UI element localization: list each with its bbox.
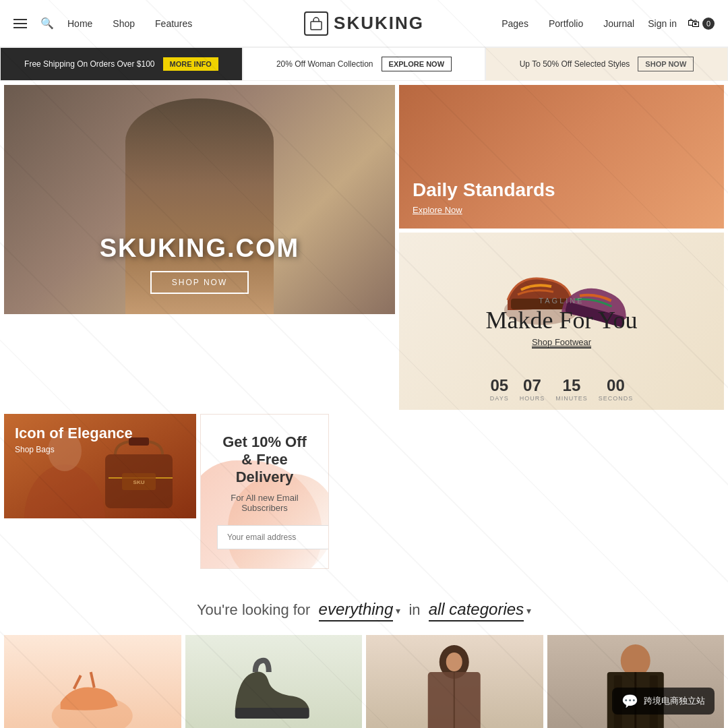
search-section: You're looking for everything ▾ in all c… [0,573,728,635]
header-actions: Sign in 🛍 0 [648,16,715,30]
shop-footwear-link[interactable]: Shop Footwear [532,337,591,348]
promo-3-text: Up To 50% Off Selected Styles [520,59,630,69]
email-signup-title: Get 10% Off & Free Delivery [217,433,312,486]
search-prefix: You're looking for [197,601,311,618]
promo-2-text: 20% Off Woman Collection [276,59,373,69]
promo-3-button[interactable]: SHOP NOW [638,57,694,71]
daily-standards-link[interactable]: Explore Now [413,205,555,215]
countdown-hours-label: HOURS [520,395,545,402]
email-signup: Get 10% Off & Free Delivery For All new … [200,414,329,569]
cart-button[interactable]: 🛍 0 [688,16,715,30]
nav-home[interactable]: Home [67,18,92,29]
countdown-hours-num: 07 [520,376,545,395]
promo-2: 20% Off Woman Collection EXPLORE NOW [243,47,485,81]
promo-2-button[interactable]: EXPLORE NOW [382,57,452,71]
footwear-tagline: TAGLINE [539,297,584,305]
countdown-hours: 07 HOURS [520,376,545,402]
header-right: Pages Portfolio Journal Sign in 🛍 0 [502,16,715,30]
bags-banner: SKU Icon of Elegance Shop Bags [4,414,196,518]
menu-icon[interactable] [13,19,27,28]
search-dropdown-2[interactable]: all categories [429,600,524,621]
wechat-badge: 💬 跨境电商独立站 [612,688,715,715]
nav-shop[interactable]: Shop [113,18,135,29]
search-connector: in [408,601,420,618]
countdown-minutes: 15 MINUTES [555,376,588,402]
countdown-days-num: 05 [490,376,509,395]
main-grid: SKUKING.COM SHOP NOW Daily Standards Exp… [0,81,728,414]
svg-point-20 [446,653,462,671]
logo-text: SKUKING [334,13,424,34]
hero-content: SKUKING.COM SHOP NOW [4,234,395,314]
search-dropdown-1[interactable]: everything [319,600,394,621]
product-image-3 [366,635,543,728]
hero-title: SKUKING.COM [100,234,299,263]
countdown-seconds-label: SECONDS [599,395,634,402]
search-text: You're looking for everything ▾ in all c… [13,600,715,621]
countdown-days: 05 DAYS [490,376,509,402]
search-icon[interactable]: 🔍 [40,17,54,30]
wechat-label: 跨境电商独立站 [644,695,705,707]
svg-point-22 [620,644,650,677]
wechat-icon: 💬 [621,693,638,709]
nav-pages[interactable]: Pages [502,18,528,29]
cart-icon: 🛍 [688,16,700,30]
nav-portfolio[interactable]: Portfolio [549,18,583,29]
bottom-row: SKU Icon of Elegance Shop Bags Get 10% O… [0,414,728,573]
sign-in-link[interactable]: Sign in [648,18,677,29]
bag-icon [309,16,324,31]
promo-3: Up To 50% Off Selected Styles SHOP NOW [485,47,728,81]
bags-shop-link[interactable]: Shop Bags [15,445,185,454]
svg-rect-0 [311,22,322,30]
logo-icon [304,11,328,36]
email-input[interactable] [217,525,329,549]
chevron-down-icon-1: ▾ [396,605,400,616]
header: 🔍 Home Shop Features SKUKING Pages Portf… [0,0,728,47]
hero-banner: SKUKING.COM SHOP NOW [4,85,395,314]
promo-1: Free Shipping On Orders Over $100 MORE I… [0,47,243,81]
chevron-down-icon-2: ▾ [526,605,531,616]
product-image-2 [185,635,363,728]
daily-standards-title: Daily Standards [413,179,555,201]
footwear-banner: TAGLINE Makde For You Shop Footwear 05 D… [399,233,724,410]
header-left: 🔍 Home Shop Features [13,17,192,30]
product-image-1 [4,635,181,728]
countdown-minutes-label: MINUTES [555,395,588,402]
cart-count: 0 [702,18,715,30]
countdown-days-label: DAYS [490,395,509,402]
promo-row: Free Shipping On Orders Over $100 MORE I… [0,47,728,81]
hero-shop-button[interactable]: SHOP NOW [150,271,249,294]
footwear-title: Makde For You [485,306,637,334]
email-form: Subscribe [217,525,312,549]
daily-standards-banner: Daily Standards Explore Now [399,85,724,229]
promo-1-button[interactable]: MORE INFO [163,57,218,71]
nav-left: Home Shop Features [67,18,192,29]
logo[interactable]: SKUKING [304,11,424,36]
svg-text:SKU: SKU [133,479,145,485]
daily-standards-content: Daily Standards Explore Now [399,166,569,229]
svg-rect-15 [235,708,309,719]
nav-features[interactable]: Features [155,18,192,29]
promo-1-text: Free Shipping On Orders Over $100 [24,59,154,69]
email-signup-subtitle: For All new Email Subscribers [217,493,312,513]
bags-content: Icon of Elegance Shop Bags [4,414,196,465]
countdown: 05 DAYS 07 HOURS 15 MINUTES 00 SECONDS [490,376,633,402]
product-card-1[interactable] [4,635,181,728]
product-card-2[interactable] [185,635,363,728]
footwear-content: TAGLINE Makde For You Shop Footwear [485,294,637,348]
bags-title: Icon of Elegance [15,425,185,442]
product-card-3[interactable] [366,635,543,728]
countdown-seconds: 00 SECONDS [599,376,634,402]
countdown-minutes-num: 15 [555,376,588,395]
nav-right: Pages Portfolio Journal [502,18,634,29]
nav-journal[interactable]: Journal [603,18,634,29]
countdown-seconds-num: 00 [599,376,634,395]
